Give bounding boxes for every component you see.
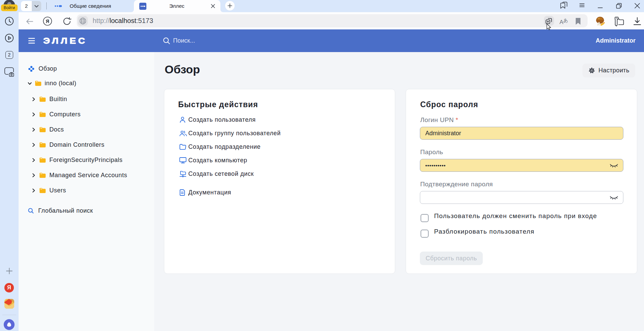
svg-text:Я: Я <box>46 19 49 24</box>
svg-text:あ: あ <box>563 18 568 23</box>
